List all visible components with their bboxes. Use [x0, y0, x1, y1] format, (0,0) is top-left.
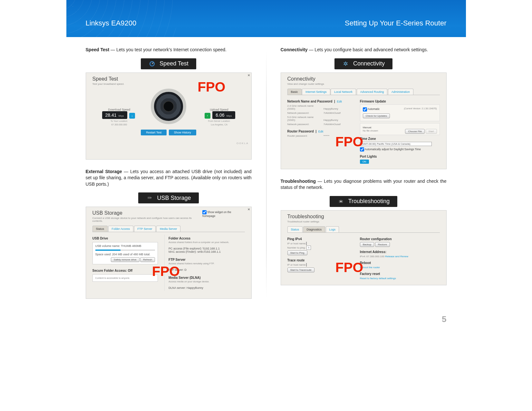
manual-heading: Manual:	[363, 126, 437, 129]
refresh-button[interactable]: Refresh	[140, 257, 155, 262]
start-ping-button[interactable]: Start to Ping	[287, 250, 307, 255]
gauge-icon	[149, 60, 156, 67]
mac-access-path: MAC access (Finder): smb://192.168.1.1	[169, 250, 245, 253]
download-label: Download Speed	[102, 108, 137, 111]
panel-title: Speed Test	[92, 76, 245, 82]
media-server-heading: Media Server (DLNA)	[169, 276, 245, 279]
start-traceroute-button[interactable]: Start to Traceroute	[287, 268, 314, 272]
homepage-widget-checkbox[interactable]: Show widget on the homepage	[202, 210, 245, 218]
usb-space-bar	[95, 250, 155, 251]
edit-link[interactable]: Edit	[337, 100, 342, 103]
close-icon[interactable]: ✕	[247, 73, 250, 77]
panel-title: USB Storage	[92, 210, 202, 216]
factory-reset-heading: Factory reset	[360, 272, 440, 276]
timezone-select[interactable]: (GMT-08:00) Pacific Time (USA & Canada)	[360, 142, 432, 146]
tab-ftp-server[interactable]: FTP Server	[134, 226, 156, 232]
trace-ip-input[interactable]	[306, 263, 307, 267]
tab-internet-settings[interactable]: Internet Settings	[302, 89, 330, 95]
release-renew-link[interactable]: Release and Renew	[385, 255, 408, 258]
tab-local-network[interactable]: Local Network	[331, 89, 356, 95]
start-button[interactable]: Start	[426, 129, 437, 134]
speed-test-name: Speed Test	[86, 47, 110, 52]
network-password-24: 7rAbbitmOusef	[324, 112, 341, 114]
manual-sub: No file chosen	[363, 129, 378, 132]
connectivity-name: Connectivity	[281, 47, 308, 52]
usb-storage-widget-title: USB Storage	[138, 192, 198, 203]
panel-title: Troubleshooting	[287, 214, 440, 220]
upload-speed: 6.06 Mbps	[212, 111, 235, 119]
dst-checkbox[interactable]: Automatically adjust for Daylight Saving…	[360, 147, 440, 152]
troubleshooting-name: Troubleshooting	[281, 179, 316, 184]
upload-label: Upload Speed	[203, 108, 235, 111]
panel-subtitle: Test your broadband speed.	[92, 83, 245, 85]
router-config-heading: Router configuration	[360, 237, 440, 241]
tab-folder-access[interactable]: Folder Access	[108, 226, 134, 232]
speed-test-widget-title: Speed Test	[141, 58, 196, 69]
chapter-title: Setting Up Your E-Series Router	[345, 19, 447, 27]
download-icon: ↓	[129, 113, 135, 119]
tab-diagnostics[interactable]: Diagnostics	[303, 226, 325, 232]
ping-ip-input[interactable]	[306, 242, 307, 245]
tab-administration[interactable]: Administration	[388, 89, 413, 95]
network-name-heading: Network Name and Password | Edit	[287, 100, 355, 103]
troubleshooting-widget-title: Troubleshooting	[330, 196, 397, 207]
ping-count-select[interactable]: 5	[306, 246, 311, 250]
svg-rect-7	[340, 201, 342, 201]
troubleshooting-paragraph: Troubleshooting — Lets you diagnose prob…	[281, 178, 447, 191]
speed-test-paragraph: Speed Test — Lets you test your network'…	[86, 47, 252, 53]
panel-subtitle: View and change router settings	[287, 83, 440, 85]
trace-route-heading: Trace route	[287, 259, 355, 262]
header-banner: Linksys EA9200 Setting Up Your E-Series …	[66, 0, 466, 37]
restore-button[interactable]: Restore	[375, 242, 390, 247]
connectivity-widget-title: ✲ Connectivity	[334, 58, 392, 69]
router-password-heading: Router Password | Edit	[287, 130, 355, 133]
ookla-brand: OOKLA	[86, 142, 251, 145]
product-name: Linksys EA9200	[86, 19, 137, 27]
port-lights-toggle[interactable]: ON	[360, 160, 369, 164]
ssid-50: HappyBunny	[324, 119, 338, 122]
secure-folder-heading: Secure Folder Access: Off	[92, 269, 158, 272]
network-password-50: 7rAbbitmOusef	[324, 123, 341, 126]
connectivity-paragraph: Connectivity — Lets you configure basic …	[281, 47, 447, 53]
upload-location-label: From Server Location:	[203, 120, 235, 122]
tab-logs[interactable]: Logs	[326, 226, 339, 232]
safely-remove-button[interactable]: Safely remove drive	[111, 257, 140, 262]
tab-advanced-routing[interactable]: Advanced Routing	[357, 89, 388, 95]
internet-address-value: IPv4: 67.300.000.100	[360, 255, 384, 258]
reboot-link[interactable]: Reboot the router	[360, 266, 440, 269]
troubleshooting-screenshot: FPO Troubleshooting Troubleshoot router …	[281, 210, 447, 285]
tab-status[interactable]: Status	[92, 226, 108, 232]
secure-folder-sub: Content is accessible to anyone.	[95, 277, 155, 279]
download-location-label: To Your Location:	[102, 120, 137, 122]
gear-icon: ✲	[342, 60, 349, 67]
usb-drive-heading: USB Drive	[92, 237, 158, 240]
close-icon[interactable]: ✕	[247, 208, 250, 211]
panel-subtitle: Connect a USB storage device to your net…	[92, 217, 202, 222]
factory-reset-link[interactable]: Reset to factory default settings	[360, 277, 440, 280]
restart-test-button[interactable]: Restart Test	[141, 130, 167, 135]
choose-file-button[interactable]: Choose File	[405, 129, 425, 134]
media-server-sub: Access media on your storage device.	[169, 280, 245, 283]
page-number: 5	[66, 311, 466, 331]
ftp-server-heading: FTP Server	[169, 258, 245, 261]
backup-button[interactable]: Backup	[360, 242, 374, 247]
check-updates-button[interactable]: Check for Updates	[363, 113, 390, 118]
tab-basic[interactable]: Basic	[287, 89, 302, 95]
usb-icon	[146, 194, 153, 201]
automatic-checkbox[interactable]: Automatic	[363, 107, 380, 111]
speed-test-screenshot: FPO ✕ Speed Test Test your broadband spe…	[86, 73, 252, 160]
ftp-server-value: FTP server: D	[169, 268, 245, 271]
ssid-24: HappyBunny	[324, 107, 338, 110]
internet-address-heading: Internet Address:	[360, 250, 440, 254]
pc-access-path: PC access (File explorer): \\192.168.1.1	[169, 247, 245, 250]
tab-status[interactable]: Status	[287, 226, 303, 232]
upload-location: Los Angeles, CA	[203, 123, 235, 126]
panel-subtitle: Troubleshoot router settings	[287, 220, 440, 223]
svg-rect-3	[148, 197, 151, 199]
svg-rect-4	[151, 197, 151, 199]
tab-media-server[interactable]: Media Server	[156, 226, 181, 232]
ping-heading: Ping IPv4	[287, 237, 355, 241]
reboot-heading: Reboot	[360, 261, 440, 265]
show-history-button[interactable]: Show History	[169, 130, 196, 135]
edit-link[interactable]: Edit	[318, 130, 324, 133]
